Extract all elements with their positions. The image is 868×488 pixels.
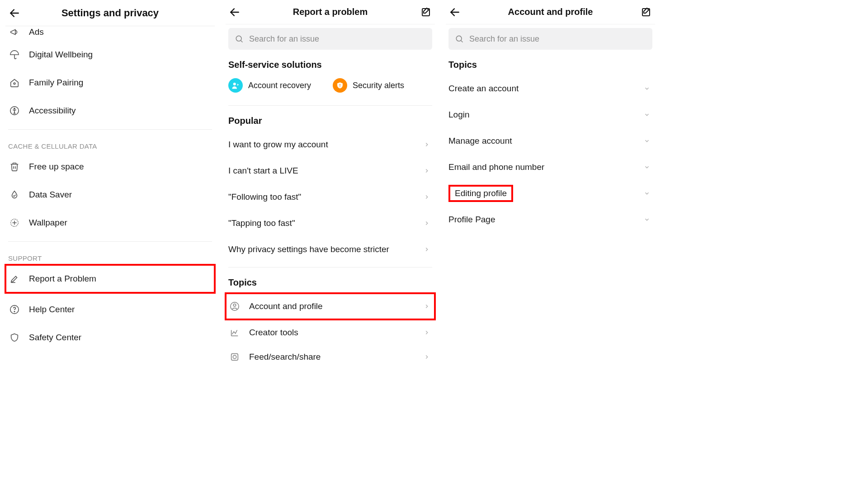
settings-item-label: Safety Center bbox=[29, 333, 212, 343]
feed-icon bbox=[228, 352, 241, 362]
search-placeholder: Search for an issue bbox=[469, 34, 539, 44]
question-icon bbox=[8, 305, 21, 314]
list-item-label: Profile Page bbox=[448, 215, 633, 225]
compose-button[interactable] bbox=[637, 3, 655, 21]
popular-item-tapping-too-fast[interactable]: "Tapping too fast" bbox=[226, 210, 435, 236]
search-input[interactable]: Search for an issue bbox=[448, 28, 652, 50]
settings-item-report-problem[interactable]: Report a Problem bbox=[5, 265, 215, 293]
settings-item-label: Ads bbox=[29, 27, 212, 37]
divider bbox=[8, 129, 212, 130]
topic-item-account-profile[interactable]: Account and profile bbox=[226, 293, 435, 319]
settings-item-data-saver[interactable]: Data Saver bbox=[5, 181, 215, 209]
chevron-right-icon bbox=[421, 220, 432, 226]
chevron-down-icon bbox=[642, 112, 652, 118]
settings-item-wallpaper[interactable]: Wallpaper bbox=[5, 209, 215, 237]
header-settings: Settings and privacy bbox=[5, 0, 215, 26]
settings-item-label: Accessibility bbox=[29, 106, 212, 116]
svg-line-25 bbox=[461, 41, 463, 42]
section-topics: Topics bbox=[228, 277, 432, 288]
search-icon bbox=[235, 34, 244, 43]
chevron-down-icon bbox=[642, 164, 652, 170]
settings-item-help-center[interactable]: Help Center bbox=[5, 296, 215, 324]
arrow-left-icon bbox=[9, 7, 20, 19]
topic-login[interactable]: Login bbox=[446, 102, 655, 128]
security-alerts-icon bbox=[333, 78, 347, 93]
settings-item-label: Help Center bbox=[29, 305, 212, 314]
list-item-label: Manage account bbox=[448, 136, 633, 146]
chevron-right-icon bbox=[421, 246, 432, 253]
chevron-right-icon bbox=[421, 141, 432, 148]
settings-item-free-up-space[interactable]: Free up space bbox=[5, 153, 215, 181]
svg-point-24 bbox=[456, 36, 462, 41]
list-item-label: I can't start a LIVE bbox=[228, 166, 413, 176]
chevron-right-icon bbox=[421, 329, 432, 336]
page-title: Account and profile bbox=[446, 7, 655, 17]
list-item-label: "Tapping too fast" bbox=[228, 218, 413, 228]
topic-item-creator-tools[interactable]: Creator tools bbox=[226, 319, 435, 346]
person-icon bbox=[228, 301, 241, 311]
highlighted-label: Editing profile bbox=[448, 185, 513, 202]
compose-icon bbox=[420, 7, 431, 18]
topic-profile-page[interactable]: Profile Page bbox=[446, 206, 655, 233]
popular-item-cant-start-live[interactable]: I can't start a LIVE bbox=[226, 158, 435, 184]
chevron-right-icon bbox=[421, 194, 432, 200]
header-report-problem: Report a problem bbox=[226, 0, 435, 24]
shield-icon bbox=[8, 333, 21, 343]
svg-point-2 bbox=[14, 83, 15, 84]
settings-item-label: Data Saver bbox=[29, 190, 212, 200]
list-item-label: Create an account bbox=[448, 84, 633, 94]
popular-item-grow-account[interactable]: I want to grow my account bbox=[226, 131, 435, 158]
back-button[interactable] bbox=[446, 3, 464, 21]
page-title: Report a problem bbox=[226, 7, 435, 17]
house-icon bbox=[8, 78, 21, 88]
popular-item-privacy-stricter[interactable]: Why privacy settings have become stricte… bbox=[226, 236, 435, 263]
settings-item-digital-wellbeing[interactable]: Digital Wellbeing bbox=[5, 41, 215, 69]
chevron-right-icon bbox=[421, 303, 432, 310]
compose-button[interactable] bbox=[417, 3, 435, 21]
svg-line-12 bbox=[241, 41, 243, 42]
back-button[interactable] bbox=[5, 4, 24, 22]
settings-item-label: Free up space bbox=[29, 162, 212, 172]
compose-icon bbox=[641, 7, 651, 18]
search-placeholder: Search for an issue bbox=[249, 34, 319, 44]
svg-point-17 bbox=[233, 304, 236, 307]
search-input[interactable]: Search for an issue bbox=[228, 28, 432, 50]
section-popular: Popular bbox=[228, 116, 432, 126]
back-button[interactable] bbox=[226, 3, 244, 21]
section-self-service: Self-service solutions bbox=[228, 60, 432, 70]
settings-item-safety-center[interactable]: Safety Center bbox=[5, 324, 215, 352]
list-item-label: "Following too fast" bbox=[228, 192, 413, 202]
chevron-right-icon bbox=[421, 168, 432, 174]
chevron-down-icon bbox=[642, 138, 652, 144]
umbrella-icon bbox=[8, 50, 21, 60]
section-topics: Topics bbox=[448, 60, 652, 70]
list-item-label: I want to grow my account bbox=[228, 140, 413, 150]
list-item-label: Creator tools bbox=[249, 328, 413, 338]
page-title: Settings and privacy bbox=[5, 7, 215, 19]
topic-item-feed-search-share[interactable]: Feed/search/share bbox=[226, 346, 435, 367]
svg-point-13 bbox=[233, 83, 236, 85]
topic-editing-profile[interactable]: Editing profile bbox=[446, 180, 655, 206]
chevron-right-icon bbox=[421, 354, 432, 360]
self-service-security-alerts[interactable]: Security alerts bbox=[333, 78, 404, 93]
trash-icon bbox=[8, 162, 21, 172]
svg-point-8 bbox=[14, 311, 14, 312]
list-item-label: Editing profile bbox=[448, 185, 633, 202]
list-item-label: Account and profile bbox=[249, 301, 413, 311]
svg-point-21 bbox=[233, 355, 236, 358]
popular-item-following-too-fast[interactable]: "Following too fast" bbox=[226, 184, 435, 210]
topic-manage-account[interactable]: Manage account bbox=[446, 128, 655, 154]
list-item-label: Feed/search/share bbox=[249, 352, 413, 362]
search-icon bbox=[455, 34, 464, 43]
settings-item-label: Report a Problem bbox=[29, 274, 212, 284]
topic-create-account[interactable]: Create an account bbox=[446, 75, 655, 102]
settings-item-accessibility[interactable]: Accessibility bbox=[5, 97, 215, 125]
chevron-down-icon bbox=[642, 216, 652, 223]
topic-email-phone[interactable]: Email and phone number bbox=[446, 154, 655, 180]
svg-rect-14 bbox=[340, 84, 340, 86]
svg-point-11 bbox=[236, 36, 241, 41]
self-service-account-recovery[interactable]: Account recovery bbox=[228, 78, 311, 93]
settings-item-family-pairing[interactable]: Family Pairing bbox=[5, 69, 215, 97]
divider bbox=[8, 241, 212, 242]
svg-rect-15 bbox=[340, 86, 340, 87]
